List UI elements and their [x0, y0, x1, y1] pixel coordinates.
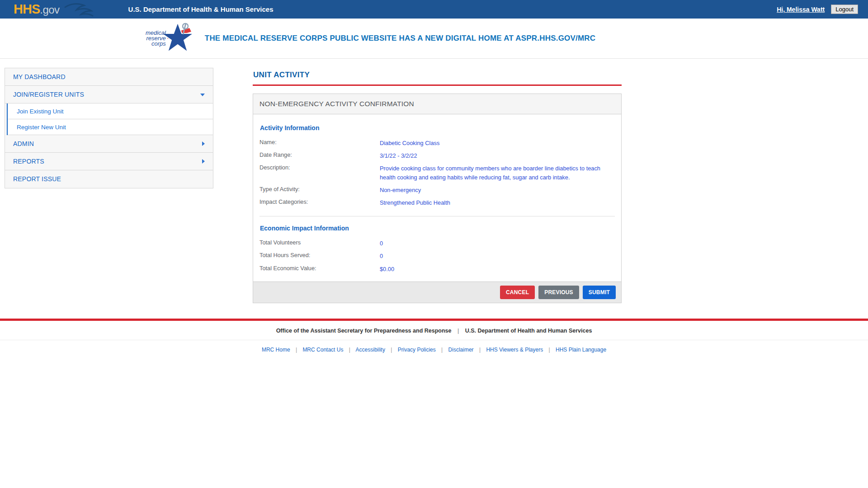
field-row-name: Name: Diabetic Cooking Class — [259, 139, 615, 147]
field-row-total-hours-served: Total Hours Served: 0 — [259, 252, 615, 260]
chevron-right-icon — [202, 141, 205, 146]
top-gov-bar: HHS.gov U.S. Department of Health & Huma… — [0, 0, 868, 19]
page-title: UNIT ACTIVITY — [253, 70, 622, 80]
mrc-banner: medical reserve corps THE MEDICAL RESERV… — [0, 19, 868, 59]
economic-impact-heading: Economic Impact Information — [260, 225, 615, 232]
field-label: Total Volunteers — [259, 239, 380, 248]
field-value: 0 — [380, 239, 383, 248]
footer-link-hhs-viewers-players[interactable]: HHS Viewers & Players — [486, 347, 543, 353]
field-label: Impact Categories: — [259, 198, 380, 207]
footer-org-line: Office of the Assistant Secretary for Pr… — [0, 321, 868, 340]
title-underline — [253, 84, 622, 86]
panel-header: NON-EMERGENCY ACTIVITY CONFIRMATION — [253, 94, 621, 114]
hhs-logo-text: HHS — [14, 2, 40, 17]
mrc-word-corps: corps — [146, 41, 166, 47]
field-label: Description: — [259, 164, 380, 181]
field-row-date-range: Date Range: 3/1/22 - 3/2/22 — [259, 151, 615, 160]
sidebar-item-reports[interactable]: REPORTS — [5, 153, 213, 170]
activity-information-heading: Activity Information — [260, 124, 615, 131]
user-greeting-link[interactable]: Hi, Melissa Watt — [777, 6, 825, 13]
field-label: Type of Activity: — [259, 186, 380, 194]
field-value: Provide cooking class for community memb… — [380, 164, 608, 181]
sidebar-item-admin[interactable]: ADMIN — [5, 135, 213, 153]
sidebar-item-label: JOIN/REGISTER UNITS — [13, 91, 84, 98]
footer-link-mrc-home[interactable]: MRC Home — [262, 347, 290, 353]
chevron-right-icon — [202, 159, 205, 164]
footer-link-separator: | — [391, 347, 392, 353]
field-value: Diabetic Cooking Class — [380, 139, 439, 147]
field-row-total-economic-value: Total Economic Value: $0.00 — [259, 265, 615, 273]
department-title: U.S. Department of Health & Human Servic… — [128, 5, 274, 13]
field-value: $0.00 — [380, 265, 394, 273]
sidebar-item-register-new-unit[interactable]: Register New Unit — [8, 119, 213, 135]
cancel-button[interactable]: CANCEL — [500, 286, 535, 299]
chevron-down-icon — [200, 94, 205, 96]
footer-link-separator: | — [296, 347, 297, 353]
field-row-impact-categories: Impact Categories: Strengthened Public H… — [259, 198, 615, 207]
field-value: Non-emergency — [380, 186, 421, 194]
field-label: Total Economic Value: — [259, 265, 380, 273]
confirmation-panel: NON-EMERGENCY ACTIVITY CONFIRMATION Acti… — [253, 94, 622, 303]
panel-button-bar: CANCEL PREVIOUS SUBMIT — [253, 282, 621, 303]
banner-aspr-link[interactable]: ASPR.HHS.GOV/MRC — [515, 34, 595, 42]
sidebar-item-label: REPORTS — [13, 158, 44, 165]
field-label: Total Hours Served: — [259, 252, 380, 260]
hhs-gov-logo[interactable]: HHS.gov — [14, 2, 60, 17]
footer-link-disclaimer[interactable]: Disclaimer — [448, 347, 474, 353]
field-row-total-volunteers: Total Volunteers 0 — [259, 239, 615, 248]
banner-message: THE MEDICAL RESERVE CORPS PUBLIC WEBSITE… — [205, 34, 595, 43]
field-value: 0 — [380, 252, 383, 260]
main-content: UNIT ACTIVITY NON-EMERGENCY ACTIVITY CON… — [253, 68, 622, 303]
hhs-eagle-icon — [64, 2, 98, 17]
footer-link-mrc-contact-us[interactable]: MRC Contact Us — [302, 347, 343, 353]
banner-message-text: THE MEDICAL RESERVE CORPS PUBLIC WEBSITE… — [205, 34, 514, 42]
sidebar-item-join-existing-unit[interactable]: Join Existing Unit — [8, 103, 213, 119]
footer-link-separator: | — [549, 347, 550, 353]
field-row-type-of-activity: Type of Activity: Non-emergency — [259, 186, 615, 194]
field-label: Name: — [259, 139, 380, 147]
mrc-logo-words: medical reserve corps — [146, 30, 166, 47]
footer-org-aspr: Office of the Assistant Secretary for Pr… — [276, 328, 452, 334]
footer-org-hhs: U.S. Department of Health and Human Serv… — [465, 328, 592, 334]
join-register-submenu: Join Existing Unit Register New Unit — [7, 103, 213, 135]
section-divider — [259, 216, 615, 216]
footer-link-separator: | — [349, 347, 350, 353]
field-value: 3/1/22 - 3/2/22 — [380, 151, 417, 160]
sidebar-item-label: ADMIN — [13, 140, 34, 147]
field-label: Date Range: — [259, 151, 380, 160]
footer-link-separator: | — [441, 347, 443, 353]
footer-org-separator: | — [458, 328, 459, 334]
footer-links: MRC Home | MRC Contact Us | Accessibilit… — [0, 340, 868, 359]
submit-button[interactable]: SUBMIT — [583, 286, 616, 299]
sidebar-item-report-issue[interactable]: REPORT ISSUE — [5, 170, 213, 188]
sidebar-nav: MY DASHBOARD JOIN/REGISTER UNITS Join Ex… — [5, 68, 213, 188]
previous-button[interactable]: PREVIOUS — [538, 286, 579, 299]
field-row-description: Description: Provide cooking class for c… — [259, 164, 615, 181]
sidebar-item-join-register-units[interactable]: JOIN/REGISTER UNITS — [5, 86, 213, 103]
sidebar-item-my-dashboard[interactable]: MY DASHBOARD — [5, 68, 213, 86]
hhs-gov-text: .gov — [40, 4, 59, 16]
footer-link-privacy-policies[interactable]: Privacy Policies — [398, 347, 436, 353]
footer-link-separator: | — [479, 347, 481, 353]
logout-button[interactable]: Logout — [831, 5, 858, 14]
field-value: Strengthened Public Health — [380, 198, 450, 207]
footer-link-accessibility[interactable]: Accessibility — [356, 347, 385, 353]
footer-link-hhs-plain-language[interactable]: HHS Plain Language — [556, 347, 606, 353]
